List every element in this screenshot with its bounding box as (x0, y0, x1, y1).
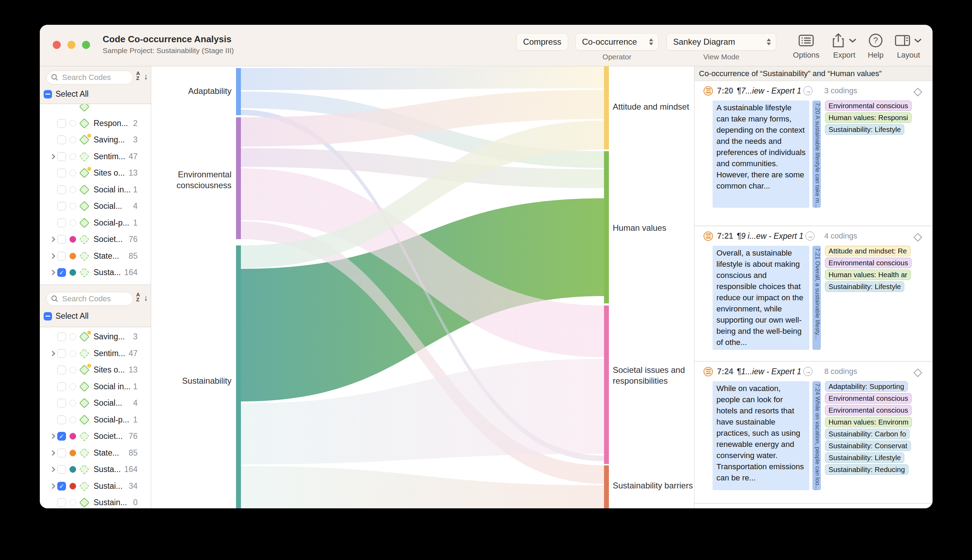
goto-quotation-icon[interactable]: → (804, 86, 812, 95)
quotation-ribbon[interactable]: 7:21 Overall, a sustainable lifesty... (812, 246, 821, 350)
sankey-node[interactable] (236, 245, 241, 508)
coding-pill[interactable]: Sustainability: Lifestyle (825, 282, 904, 292)
search-codes-field-2[interactable] (47, 292, 133, 306)
code-checkbox[interactable] (57, 168, 66, 177)
chevron-right-icon[interactable] (50, 350, 55, 356)
coding-pill[interactable]: Environmental conscious (825, 258, 912, 268)
code-checkbox[interactable] (57, 252, 66, 260)
sankey-node[interactable] (236, 68, 241, 115)
code-checkbox[interactable] (57, 152, 66, 161)
sort-az-icon[interactable]: AZ↓ (136, 71, 148, 84)
chevron-right-icon[interactable] (50, 237, 55, 242)
coding-pill[interactable]: Sustainability: Conservat (825, 441, 911, 451)
goto-quotation-icon[interactable]: → (805, 232, 815, 240)
chevron-right-icon[interactable] (50, 270, 55, 275)
coding-pill[interactable]: Sustainability: Lifestyle (825, 124, 904, 135)
coding-pill[interactable]: Human values: Health ar (825, 270, 911, 280)
code-checkbox[interactable] (57, 448, 66, 457)
code-list-item[interactable]: Sites o... 13 (40, 165, 151, 182)
code-list-item[interactable]: Sustai... 34 (40, 281, 151, 285)
code-checkbox[interactable]: ✓ (57, 268, 66, 277)
code-checkbox[interactable] (57, 415, 66, 424)
code-checkbox[interactable] (57, 365, 66, 374)
coding-pill[interactable]: Environmental conscious (825, 405, 912, 415)
code-list-item[interactable]: ✓ Sustai... 34 (40, 478, 151, 495)
options-button[interactable]: Options (789, 32, 823, 60)
sankey-node[interactable] (604, 66, 609, 150)
coding-pill[interactable]: Sustainability: Lifestyle (825, 452, 904, 463)
code-list-item[interactable]: Susta... 164 (40, 461, 151, 478)
code-list-item[interactable]: Sentim... 47 (40, 345, 151, 362)
code-checkbox[interactable] (57, 465, 66, 474)
sankey-node[interactable] (604, 465, 609, 508)
code-list-item[interactable]: Social in... 1 (40, 378, 151, 395)
quotation-text[interactable]: While on vacation, people can look for h… (713, 381, 809, 490)
code-list-item[interactable]: Sentim... 47 (40, 148, 151, 165)
coding-pill[interactable]: Environmental conscious (825, 100, 912, 111)
chevron-right-icon[interactable] (50, 467, 55, 472)
sankey-node[interactable] (604, 151, 609, 303)
chevron-right-icon[interactable] (50, 450, 55, 456)
chevron-right-icon[interactable] (50, 153, 55, 159)
select-all-checkbox-1[interactable] (43, 90, 52, 98)
code-checkbox[interactable] (57, 218, 66, 227)
goto-quotation-icon[interactable]: → (804, 367, 812, 376)
sankey-node[interactable] (236, 117, 241, 239)
code-list-item[interactable]: Sustain... 0 (40, 494, 151, 508)
code-list-item[interactable]: Social-p... 1 (40, 215, 151, 232)
code-list-item[interactable]: ✓ Societ... 76 (40, 428, 151, 445)
code-list-item[interactable]: State... 85 (40, 445, 151, 462)
coding-pill[interactable]: Attitude and mindset: Re (825, 246, 910, 256)
close-window-button[interactable] (53, 41, 61, 49)
code-checkbox[interactable] (57, 332, 66, 341)
code-checkbox[interactable] (57, 135, 66, 144)
sankey-flow[interactable] (241, 66, 604, 90)
search-codes-input-1[interactable] (62, 73, 124, 82)
code-checkbox[interactable]: ✓ (57, 432, 66, 441)
coding-pill[interactable]: Adaptability: Supporting (825, 381, 908, 392)
search-codes-input-2[interactable] (62, 294, 124, 304)
code-list-item[interactable]: Sites o... 13 (40, 362, 151, 378)
coding-pill[interactable]: Sustainability: Reducing (825, 464, 909, 475)
code-checkbox[interactable] (57, 202, 66, 210)
code-list-item[interactable]: Societ... 76 (40, 231, 151, 248)
code-list-item[interactable]: Social... 4 (40, 395, 151, 412)
compress-button[interactable]: Compress (516, 33, 568, 51)
coding-pill[interactable]: Sustainability: Carbon fo (825, 429, 910, 439)
export-button[interactable]: Export (827, 32, 861, 60)
zoom-window-button[interactable] (82, 41, 90, 49)
code-checkbox[interactable]: ✓ (57, 482, 66, 490)
code-list-item[interactable]: Saving... 3 (40, 132, 151, 148)
select-all-checkbox-2[interactable] (43, 312, 52, 320)
coding-pill[interactable]: Environmental conscious (825, 393, 912, 403)
code-list-item[interactable]: State... 85 (40, 248, 151, 265)
diamond-icon[interactable]: ◇ (914, 85, 922, 98)
diamond-icon[interactable]: ◇ (914, 365, 922, 378)
code-list-item[interactable]: Saving... 3 (40, 328, 151, 345)
code-list-item[interactable] (40, 104, 151, 115)
code-list-item[interactable]: Respon... 2 (40, 115, 151, 132)
select-all-row-1[interactable]: Select All (43, 89, 89, 99)
help-button[interactable]: ? Help (859, 32, 892, 60)
view-mode-select[interactable]: Sankey Diagram (667, 33, 776, 51)
coding-pill[interactable]: Human values: Environm (825, 417, 912, 427)
chevron-right-icon[interactable] (50, 483, 55, 489)
select-all-row-2[interactable]: Select All (43, 312, 89, 321)
code-checkbox[interactable] (57, 235, 66, 244)
coding-pill[interactable]: Human values: Responsi (825, 112, 912, 123)
sankey-node[interactable] (604, 305, 609, 464)
layout-button[interactable]: Layout (892, 32, 925, 60)
sort-az-icon[interactable]: AZ↓ (136, 292, 148, 305)
code-checkbox[interactable] (57, 498, 66, 507)
code-list-item[interactable]: Social-p... 1 (40, 412, 151, 428)
code-checkbox[interactable] (57, 119, 66, 128)
chevron-right-icon[interactable] (50, 433, 55, 439)
quotation-text[interactable]: A sustainable lifestyle can take many fo… (713, 100, 809, 208)
minimize-window-button[interactable] (67, 41, 75, 49)
quotation-ribbon[interactable]: 7:20 A sustainable lifestyle can take m.… (812, 100, 821, 208)
search-codes-field-1[interactable] (47, 70, 133, 85)
chevron-right-icon[interactable] (50, 253, 55, 259)
code-checkbox[interactable] (57, 399, 66, 407)
quotation-text[interactable]: Overall, a sustainable lifestyle is abou… (713, 246, 809, 350)
code-list-item[interactable]: ✓ Susta... 164 (40, 264, 151, 281)
